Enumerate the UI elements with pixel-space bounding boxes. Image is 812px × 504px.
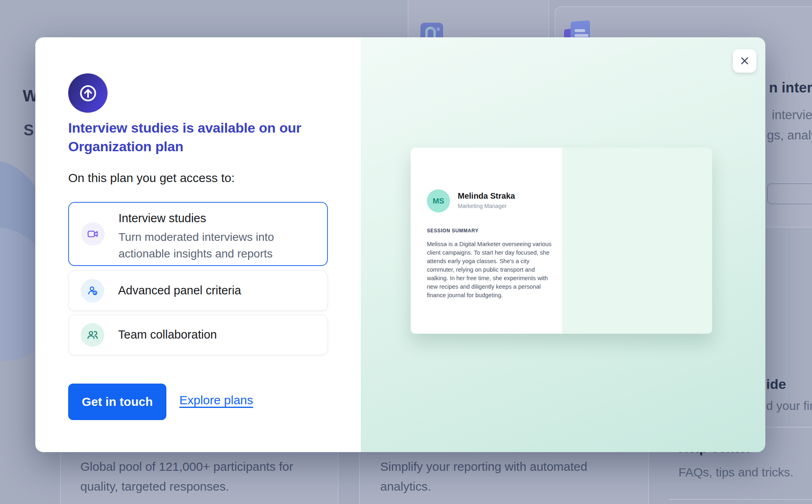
background-bottom-middle-text: Simplify your reporting with automated a… [380, 457, 624, 496]
background-right-line-fragment-2: gs, analy [767, 128, 812, 143]
background-divider-2 [669, 499, 812, 500]
video-camera-icon [81, 222, 105, 246]
feature-title: Team collaboration [118, 328, 217, 341]
feature-card-interview-studies[interactable]: Interview studies Turn moderated intervi… [68, 202, 328, 266]
modal-subtitle: On this plan you get access to: [68, 171, 235, 185]
participant-name: Melinda Straka [458, 191, 515, 201]
user-dollar-icon: $ [81, 279, 104, 302]
feature-description: Turn moderated interviews into actionabl… [118, 229, 301, 262]
session-report-quotes-panel [562, 148, 712, 334]
background-guide-line-fragment: d your fin [766, 399, 812, 413]
background-left-text-fragment-2: S [24, 122, 34, 139]
feature-card-advanced-panel-criteria[interactable]: $ Advanced panel criteria [68, 270, 328, 311]
background-right-heading-fragment: n inter [769, 79, 812, 96]
participant-avatar: MS [427, 189, 450, 212]
background-bottom-left-text: Global pool of 121,000+ participants for… [80, 457, 324, 496]
explore-plans-link[interactable]: Explore plans [179, 393, 253, 407]
background-right-line-fragment: intervie [772, 108, 812, 122]
session-report-mockup: MS Melinda Straka Marketing Manager SESS… [411, 148, 712, 334]
feature-card-team-collaboration[interactable]: Team collaboration [68, 315, 328, 355]
participant-role: Marketing Manager [458, 203, 507, 209]
modal-title: Interview studies is available on our Or… [68, 118, 318, 156]
upgrade-badge [68, 73, 108, 113]
session-report-main-panel: MS Melinda Straka Marketing Manager SESS… [411, 148, 562, 334]
arrow-up-circle-icon [78, 83, 99, 104]
background-help-center-line: FAQs, tips and tricks. [678, 465, 793, 479]
background-guide-heading-fragment: ide [766, 376, 786, 392]
svg-text:$: $ [94, 291, 96, 295]
modal-right-pane: MS Melinda Straka Marketing Manager SESS… [361, 37, 765, 452]
feature-title: Advanced panel criteria [118, 284, 241, 297]
page: W S n inter intervie gs, analy Global po… [0, 0, 812, 504]
background-button-fragment[interactable] [767, 183, 812, 204]
modal-left-pane: Interview studies is available on our Or… [35, 37, 361, 452]
close-icon [740, 56, 750, 66]
upgrade-modal: Interview studies is available on our Or… [35, 37, 765, 452]
users-icon [81, 323, 104, 347]
session-summary-text: Melissa is a Digital Marketer overseeing… [427, 240, 552, 300]
feature-title: Interview studies [118, 212, 206, 225]
get-in-touch-button[interactable]: Get in touch [68, 384, 166, 420]
close-button[interactable] [733, 49, 756, 73]
session-summary-label: SESSION SUMMARY [427, 228, 478, 234]
